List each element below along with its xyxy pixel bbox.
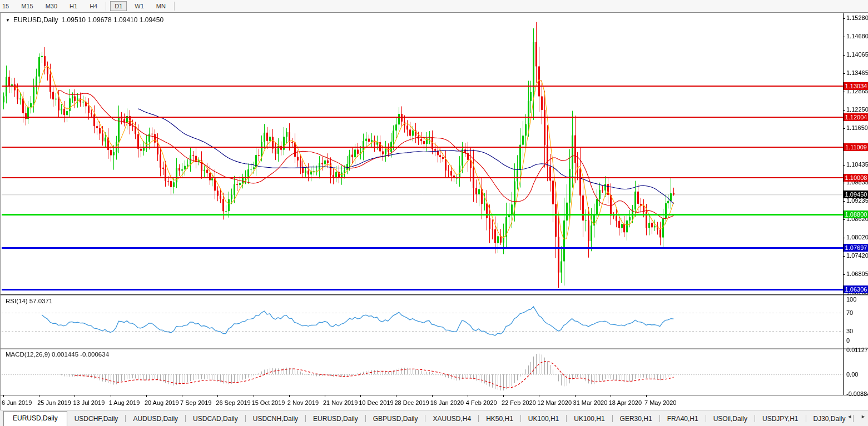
timeframe-button-d1[interactable]: D1 [110,1,127,11]
date-axis-label: 2 Nov 2019 [287,399,319,406]
tab-uk100-h1-2[interactable]: UK100,H1 [567,412,612,426]
date-axis-label: 13 Jul 2019 [73,399,105,406]
rsi-scale-label: 30 [846,328,853,334]
price-axis-label: 1.08020 [846,234,868,240]
rsi-scale-label: 0 [846,337,850,344]
tab-usdchf-daily[interactable]: USDCHF,Daily [67,412,126,426]
timeframe-button-w1[interactable]: W1 [130,1,148,11]
tab-scroll-right-icon[interactable]: ► [861,414,866,419]
macd-scale-label: 0.00 [846,371,858,378]
price-axis-label: 1.11650 [846,124,868,131]
price-axis-label: 1.06805 [846,270,868,277]
tab-usdcad-daily[interactable]: USDCAD,Daily [186,412,245,426]
timeframe-toolbar: 15 M15 M30 H1 H4 D1 W1 MN [0,0,868,13]
price-level-badge: 1.07697 [844,244,868,252]
date-axis-label: 26 Sep 2019 [216,399,250,406]
price-axis-label: 1.14680 [846,33,868,39]
tab-dj30-daily[interactable]: DJ30,Daily [806,412,853,426]
date-axis-label: 28 Dec 2019 [394,399,429,406]
chart-tab-bar: EURUSD,Daily USDCHF,Daily AUDUSD,Daily U… [0,410,868,426]
date-axis-label: 12 Mar 2020 [537,399,572,406]
price-level-badge: 1.09450 [844,191,868,198]
rsi-scale-label: 70 [846,309,853,316]
tab-usoil-daily[interactable]: USOil,Daily [706,412,755,426]
price-level-badge: 1.06306 [844,285,868,293]
macd-scale-label: 0.011277 [846,347,868,353]
date-axis-label: 20 Aug 2019 [145,399,179,406]
chevron-down-icon[interactable]: ▼ [6,18,10,23]
price-axis-label: 1.15280 [846,14,868,21]
tab-gbpusd-daily[interactable]: GBPUSD,Daily [366,412,425,426]
tab-fra40-h1[interactable]: FRA40,H1 [660,412,706,426]
tab-scroll-left-icon[interactable]: ◄ [847,414,852,419]
date-axis-label: 10 Dec 2019 [359,399,393,406]
date-axis-label: 25 Jun 2019 [37,399,71,406]
date-axis-label: 22 Feb 2020 [502,399,536,406]
timeframe-button-mn[interactable]: MN [152,1,170,11]
chart-canvas[interactable] [1,13,868,410]
date-axis-label: 7 Sep 2019 [180,399,211,406]
macd-indicator-label: MACD(12,26,9) 0.001445 -0.000634 [6,351,109,358]
price-axis-label: 1.12250 [846,106,868,113]
price-level-badge: 1.08800 [844,211,868,218]
date-axis-label: 15 Oct 2019 [252,399,285,406]
date-axis-label: 1 Aug 2019 [109,399,140,406]
date-axis-label: 4 Feb 2020 [466,399,497,406]
date-axis-label: 31 Mar 2020 [573,399,608,406]
price-level-badge: 1.11009 [844,143,868,151]
chart-window: ▼ EURUSD,Daily 1.09510 1.09678 1.09410 1… [0,13,868,410]
tab-scroll-controls: ◄ ► [847,414,866,419]
toolbar-separator [106,2,106,11]
rsi-indicator-label: RSI(14) 57.0371 [6,298,52,304]
timeframe-button-15[interactable]: 15 [0,1,13,11]
macd-scale-label: -0.008845 [846,390,868,397]
price-level-badge: 1.12004 [844,113,868,121]
chart-ohlc-values: 1.09510 1.09678 1.09410 1.09450 [62,16,164,24]
tab-uk100-h1[interactable]: UK100,H1 [521,412,566,426]
tab-usdcnh-daily[interactable]: USDCNH,Daily [246,412,305,426]
price-axis-label: 1.14065 [846,51,868,58]
chart-symbol-label: EURUSD,Daily [13,16,58,24]
tab-hk50-h1[interactable]: HK50,H1 [479,412,520,426]
price-level-badge: 1.10008 [844,174,868,182]
date-axis-label: 18 Apr 2020 [609,399,642,406]
price-axis-label: 1.10435 [846,161,868,168]
timeframe-button-m15[interactable]: M15 [17,1,37,11]
chart-title: ▼ EURUSD,Daily 1.09510 1.09678 1.09410 1… [6,16,163,24]
tab-xauusd-h4[interactable]: XAUUSD,H4 [425,412,478,426]
tab-usdjpy-h1[interactable]: USDJPY,H1 [755,412,805,426]
tab-ger30-h1[interactable]: GER30,H1 [613,412,659,426]
price-level-badge: 1.13034 [844,82,868,90]
date-axis-label: 7 May 2020 [644,399,676,406]
timeframe-button-m30[interactable]: M30 [41,1,62,11]
tab-eurusd-daily-2[interactable]: EURUSD,Daily [306,412,365,426]
timeframe-button-h1[interactable]: H1 [65,1,82,11]
tab-audusd-daily[interactable]: AUDUSD,Daily [126,412,185,426]
toolbar-separator [174,2,175,11]
price-axis-label: 1.07420 [846,252,868,259]
price-axis-label: 1.13465 [846,69,868,76]
trading-platform-window: 15 M15 M30 H1 H4 D1 W1 MN ▼ EURUSD,Daily… [0,0,868,426]
date-axis-label: 16 Jan 2020 [430,399,464,406]
timeframe-button-h4[interactable]: H4 [85,1,102,11]
date-axis-label: 21 Nov 2019 [323,399,358,406]
tab-eurusd-daily-active[interactable]: EURUSD,Daily [3,411,67,426]
date-axis-label: 6 Jun 2019 [2,399,32,406]
rsi-scale-label: 100 [846,296,856,303]
